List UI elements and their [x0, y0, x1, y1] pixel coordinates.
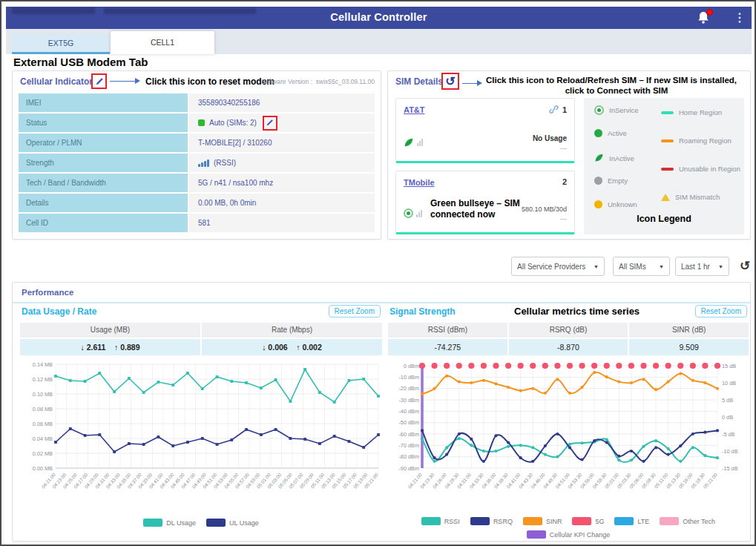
legend-item-unusable-in-region: Unusable in Region [661, 165, 740, 173]
indicator-value: Auto (SIMs: 2)Click this icon to setSIM … [189, 114, 375, 132]
time-series-annotation: Cellular metrics time series [514, 306, 640, 317]
svg-text:-80 dBm: -80 dBm [398, 453, 419, 460]
sim-slot: 1 [549, 105, 567, 114]
page-annotation-label: External USB Modem Tab [13, 56, 148, 68]
rsrq-column-header: RSRQ (dB) [509, 323, 628, 338]
reset-zoom-button[interactable]: Reset Zoom [329, 305, 381, 318]
signal-summary-table: RSSI (dBm) RSRQ (dB) SINR (dB) -74.275 -… [388, 323, 749, 357]
indicator-label: Details [19, 194, 188, 212]
svg-text:0.06 MB: 0.06 MB [33, 421, 53, 427]
time-range-select[interactable]: Last 1 hr▼ [675, 257, 729, 276]
upload-rate-value: ↑ 0.002 [296, 343, 321, 352]
reload-sim-annotation-line1: Click this icon to Reload/Refresh SIM – … [486, 76, 737, 85]
app-title: Cellular Controller [6, 11, 752, 23]
svg-text:0.02 MB: 0.02 MB [33, 450, 53, 457]
inactive-leaf-icon [404, 137, 414, 148]
legend-item-unknown: Unknown [594, 200, 637, 208]
legend-item-active: Active [594, 129, 627, 137]
tab-ext5g[interactable]: EXT5G [12, 34, 110, 54]
sim-state-icons [404, 137, 424, 148]
annotation-arrow [110, 78, 140, 84]
cellular-indicators-panel: Cellular Indicators Click this icon to r… [12, 70, 381, 240]
sim-name-link[interactable]: AT&T [404, 105, 425, 114]
dot-icon [594, 177, 602, 185]
svg-text:-15 dB: -15 dB [722, 465, 738, 472]
usage-chart[interactable]: 0.00 MB0.02 MB0.04 MB0.06 MB0.08 MB0.10 … [20, 360, 382, 514]
dot-icon [594, 200, 602, 208]
indicator-row: StatusAuto (SIMs: 2)Click this icon to s… [19, 114, 375, 132]
sim-name-link[interactable]: TMobile [404, 178, 435, 187]
reset-modem-annotation: Click this icon to reset modem [145, 76, 275, 87]
reset-zoom-button[interactable]: Reset Zoom [695, 305, 747, 318]
reload-sim-icon[interactable]: ↺ [441, 73, 459, 90]
svg-text:10 dB: 10 dB [722, 380, 736, 387]
legend-5g: 5G [572, 517, 604, 525]
strength-value: (RSSI) [214, 154, 236, 172]
status-value: Auto (SIMs: 2) [209, 114, 257, 132]
svg-text:-10 dBm: -10 dBm [398, 374, 419, 381]
cellular-indicators-title: Cellular Indicators [20, 76, 98, 87]
usage-chart-legend: DL UsageUL Usage [20, 519, 382, 527]
download-rate-value: ↓ 0.006 [262, 343, 287, 352]
sim-usage: 580.10 MB/30d --- [522, 205, 567, 223]
svg-text:-40 dBm: -40 dBm [398, 408, 419, 415]
legend-item-roaming-region: Roaming Region [661, 136, 732, 145]
sims-select[interactable]: All SIMs▼ [613, 257, 670, 276]
svg-text:-10 dB: -10 dB [722, 448, 738, 455]
indicator-label: Tech / Band / Bandwidth [19, 174, 188, 192]
indicator-row: Details0.00 MB, 0h 0min [19, 194, 375, 212]
dash-icon [661, 168, 674, 171]
refresh-charts-icon[interactable]: ↺ [736, 257, 754, 276]
sinr-column-header: SINR (dB) [629, 323, 749, 338]
signal-chart[interactable]: 0 dBm-10 dBm-20 dBm-30 dBm-40 dBm-50 dBm… [388, 360, 749, 514]
sinr-value: 9.509 [629, 339, 749, 355]
svg-text:0.12 MB: 0.12 MB [33, 376, 53, 383]
indicator-label: Strength [19, 154, 188, 172]
indicator-value: 581 [189, 214, 375, 232]
svg-text:0.08 MB: 0.08 MB [33, 406, 53, 412]
signal-chart-legend-row2: Cellular KPI Change [388, 530, 749, 539]
indicator-value: T-MOBILE[2] / 310260 [189, 134, 375, 152]
data-usage-title: Data Usage / Rate [22, 306, 96, 317]
sim-card-att: AT&T 1 [395, 98, 575, 163]
dash-icon [661, 139, 674, 142]
sim-usage: No Usage --- [533, 134, 567, 152]
dash-icon [661, 111, 674, 114]
usage-values: ↓ 2.611 ↑ 0.889 [20, 339, 200, 355]
upload-value: ↑ 0.889 [114, 343, 139, 352]
signal-mini-icon [417, 139, 424, 146]
reset-modem-pencil-icon[interactable] [91, 73, 107, 89]
notifications-bell-icon[interactable] [697, 10, 711, 25]
usage-column-header: Usage (MB) [20, 323, 200, 338]
indicator-row: IMEI355890340255186 [19, 93, 375, 112]
sim-priority-pencil-icon[interactable] [263, 116, 277, 131]
software-version: Software Version : swix55c_03.09.11.00 [261, 78, 375, 85]
tab-cell1[interactable]: CELL1 [111, 31, 214, 54]
rssi-column-header: RSSI (dBm) [388, 323, 507, 338]
cellular-controller-app: Cellular Controller ⋮ EXT5G CELL1 Extern… [0, 0, 756, 546]
bullseye-annotation: Green bullseye – SIM connected now [430, 198, 520, 220]
usage-summary-table: Usage (MB) Rate (Mbps) ↓ 2.611 ↑ 0.889 ↓… [20, 323, 382, 357]
triangle-icon [661, 194, 670, 201]
indicator-value: 0.00 MB, 0h 0min [189, 194, 375, 212]
legend-item-empty: Empty [594, 177, 628, 185]
legend-rsrq: RSRQ [470, 517, 513, 525]
chevron-down-icon: ▼ [594, 264, 599, 269]
rssi-value: -74.275 [388, 339, 507, 355]
legend-lte: LTE [614, 517, 649, 525]
performance-panel: Performance Data Usage / Rate Reset Zoom… [12, 282, 751, 542]
icon-legend-panel: InServiceActiveInActiveEmptyUnknown Home… [584, 98, 744, 234]
service-provider-select[interactable]: All Service Providers▼ [511, 257, 605, 276]
rate-values: ↓ 0.006 ↑ 0.002 [202, 339, 382, 355]
svg-text:-5 dB: -5 dB [722, 431, 735, 438]
bullseye-icon [594, 105, 604, 115]
indicator-value: (RSSI)Cellular metrics (real-time) [189, 154, 375, 172]
svg-text:15 dB: 15 dB [722, 363, 736, 369]
sim-slot: 2 [562, 177, 567, 186]
kebab-menu-icon[interactable]: ⋮ [734, 10, 746, 26]
indicator-value: 5G / n41 / nsa100 mhz [189, 174, 375, 192]
performance-title: Performance [22, 288, 73, 297]
indicator-label: IMEI [19, 93, 188, 112]
svg-text:-50 dBm: -50 dBm [398, 419, 419, 426]
legend-sinr: SINR [523, 517, 562, 525]
